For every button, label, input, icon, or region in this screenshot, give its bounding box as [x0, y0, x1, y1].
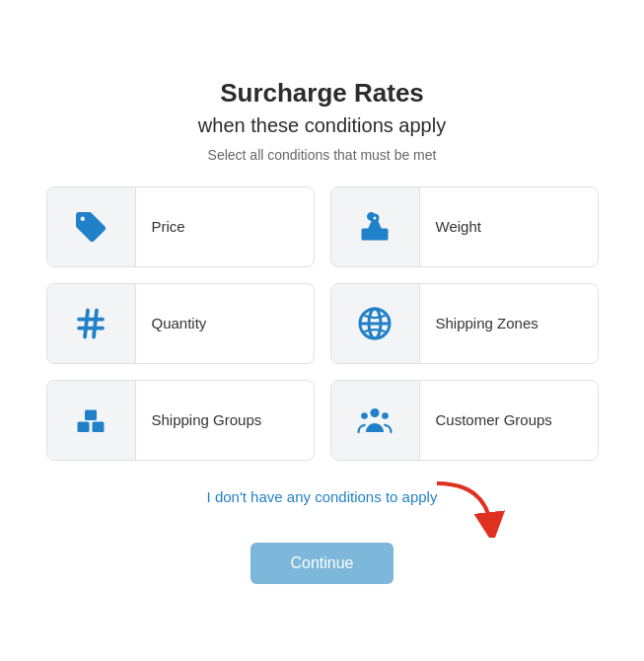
card-shipping-zones[interactable]: Shipping Zones	[330, 283, 599, 364]
continue-button[interactable]: Continue	[250, 543, 393, 584]
card-quantity-label: Quantity	[136, 315, 223, 331]
page-container: Surcharge Rates when these conditions ap…	[27, 47, 618, 614]
card-price[interactable]: Price	[46, 186, 315, 267]
page-description: Select all conditions that must be met	[208, 147, 437, 163]
weight-icon	[357, 209, 393, 245]
card-shipping-groups-label: Shipping Groups	[136, 411, 278, 428]
page-subtitle: when these conditions apply	[198, 114, 446, 137]
conditions-grid: Price Weight Quantity	[46, 186, 599, 461]
svg-rect-5	[85, 409, 97, 420]
shipping-zones-icon-wrapper	[331, 284, 420, 363]
weight-icon-wrapper	[331, 187, 420, 266]
card-shipping-groups[interactable]: Shipping Groups	[46, 380, 315, 461]
svg-rect-3	[78, 421, 90, 432]
quantity-icon-wrapper	[47, 284, 136, 363]
card-customer-groups[interactable]: Customer Groups	[330, 380, 599, 461]
price-icon-wrapper	[47, 187, 136, 266]
svg-point-6	[371, 408, 380, 417]
customer-groups-icon-wrapper	[331, 381, 420, 460]
svg-point-8	[382, 412, 389, 419]
card-shipping-zones-label: Shipping Zones	[420, 315, 554, 331]
price-tag-icon	[73, 209, 108, 245]
svg-point-7	[361, 412, 368, 419]
no-conditions-link[interactable]: I don't have any conditions to apply	[207, 488, 438, 505]
hash-icon	[73, 306, 108, 341]
card-weight-label: Weight	[420, 218, 497, 235]
no-conditions-container: I don't have any conditions to apply	[207, 488, 438, 525]
svg-rect-4	[93, 421, 105, 432]
card-customer-groups-label: Customer Groups	[420, 411, 568, 428]
shipping-groups-icon-wrapper	[47, 381, 136, 460]
globe-icon	[357, 306, 393, 341]
arrow-icon	[427, 478, 506, 538]
card-price-label: Price	[136, 218, 201, 235]
card-weight[interactable]: Weight	[330, 186, 599, 267]
customer-groups-icon	[357, 403, 393, 438]
card-quantity[interactable]: Quantity	[46, 283, 315, 364]
shipping-groups-icon	[73, 403, 108, 438]
page-title: Surcharge Rates	[220, 77, 424, 110]
